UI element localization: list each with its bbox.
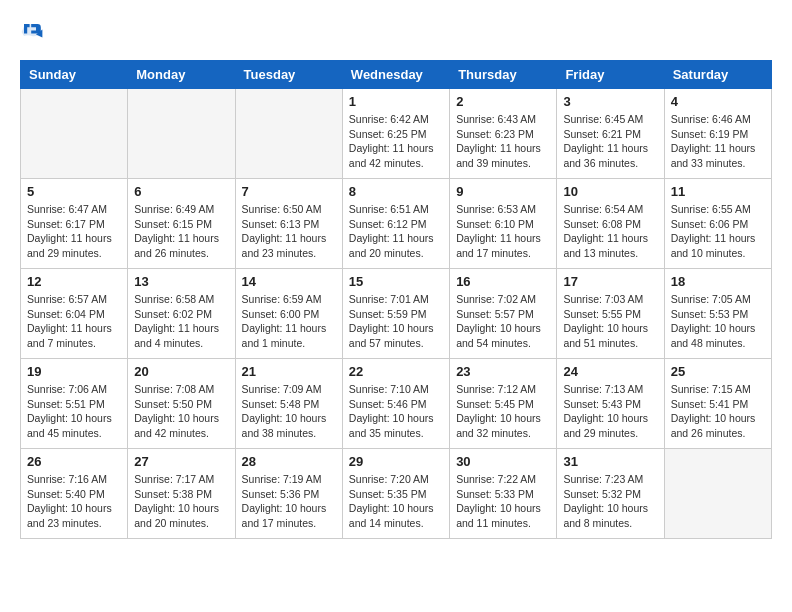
calendar-cell <box>128 89 235 179</box>
calendar-cell: 6Sunrise: 6:49 AM Sunset: 6:15 PM Daylig… <box>128 179 235 269</box>
calendar-table: SundayMondayTuesdayWednesdayThursdayFrid… <box>20 60 772 539</box>
day-info: Sunrise: 6:45 AM Sunset: 6:21 PM Dayligh… <box>563 112 657 171</box>
day-info: Sunrise: 7:02 AM Sunset: 5:57 PM Dayligh… <box>456 292 550 351</box>
day-number: 17 <box>563 274 657 289</box>
day-number: 11 <box>671 184 765 199</box>
weekday-header-sunday: Sunday <box>21 61 128 89</box>
calendar-cell: 26Sunrise: 7:16 AM Sunset: 5:40 PM Dayli… <box>21 449 128 539</box>
day-info: Sunrise: 7:09 AM Sunset: 5:48 PM Dayligh… <box>242 382 336 441</box>
calendar-cell: 27Sunrise: 7:17 AM Sunset: 5:38 PM Dayli… <box>128 449 235 539</box>
calendar-cell: 10Sunrise: 6:54 AM Sunset: 6:08 PM Dayli… <box>557 179 664 269</box>
day-number: 14 <box>242 274 336 289</box>
day-number: 31 <box>563 454 657 469</box>
calendar-cell: 15Sunrise: 7:01 AM Sunset: 5:59 PM Dayli… <box>342 269 449 359</box>
day-info: Sunrise: 6:58 AM Sunset: 6:02 PM Dayligh… <box>134 292 228 351</box>
weekday-header-thursday: Thursday <box>450 61 557 89</box>
calendar-cell: 9Sunrise: 6:53 AM Sunset: 6:10 PM Daylig… <box>450 179 557 269</box>
calendar-cell <box>21 89 128 179</box>
calendar-cell: 19Sunrise: 7:06 AM Sunset: 5:51 PM Dayli… <box>21 359 128 449</box>
calendar-week-1: 1Sunrise: 6:42 AM Sunset: 6:25 PM Daylig… <box>21 89 772 179</box>
day-info: Sunrise: 7:20 AM Sunset: 5:35 PM Dayligh… <box>349 472 443 531</box>
day-number: 29 <box>349 454 443 469</box>
day-number: 6 <box>134 184 228 199</box>
day-info: Sunrise: 7:16 AM Sunset: 5:40 PM Dayligh… <box>27 472 121 531</box>
calendar-week-2: 5Sunrise: 6:47 AM Sunset: 6:17 PM Daylig… <box>21 179 772 269</box>
calendar-cell: 18Sunrise: 7:05 AM Sunset: 5:53 PM Dayli… <box>664 269 771 359</box>
calendar-cell: 29Sunrise: 7:20 AM Sunset: 5:35 PM Dayli… <box>342 449 449 539</box>
weekday-header-row: SundayMondayTuesdayWednesdayThursdayFrid… <box>21 61 772 89</box>
day-info: Sunrise: 6:46 AM Sunset: 6:19 PM Dayligh… <box>671 112 765 171</box>
calendar-cell: 13Sunrise: 6:58 AM Sunset: 6:02 PM Dayli… <box>128 269 235 359</box>
day-number: 20 <box>134 364 228 379</box>
day-number: 4 <box>671 94 765 109</box>
day-number: 12 <box>27 274 121 289</box>
day-number: 5 <box>27 184 121 199</box>
calendar-cell: 5Sunrise: 6:47 AM Sunset: 6:17 PM Daylig… <box>21 179 128 269</box>
day-info: Sunrise: 6:54 AM Sunset: 6:08 PM Dayligh… <box>563 202 657 261</box>
day-number: 3 <box>563 94 657 109</box>
calendar-cell: 3Sunrise: 6:45 AM Sunset: 6:21 PM Daylig… <box>557 89 664 179</box>
day-info: Sunrise: 7:03 AM Sunset: 5:55 PM Dayligh… <box>563 292 657 351</box>
day-number: 25 <box>671 364 765 379</box>
day-info: Sunrise: 7:15 AM Sunset: 5:41 PM Dayligh… <box>671 382 765 441</box>
day-number: 10 <box>563 184 657 199</box>
weekday-header-saturday: Saturday <box>664 61 771 89</box>
calendar-cell: 24Sunrise: 7:13 AM Sunset: 5:43 PM Dayli… <box>557 359 664 449</box>
calendar-cell: 21Sunrise: 7:09 AM Sunset: 5:48 PM Dayli… <box>235 359 342 449</box>
calendar-cell <box>664 449 771 539</box>
calendar-cell: 25Sunrise: 7:15 AM Sunset: 5:41 PM Dayli… <box>664 359 771 449</box>
calendar-cell: 20Sunrise: 7:08 AM Sunset: 5:50 PM Dayli… <box>128 359 235 449</box>
day-info: Sunrise: 6:59 AM Sunset: 6:00 PM Dayligh… <box>242 292 336 351</box>
calendar-cell: 2Sunrise: 6:43 AM Sunset: 6:23 PM Daylig… <box>450 89 557 179</box>
weekday-header-monday: Monday <box>128 61 235 89</box>
day-number: 24 <box>563 364 657 379</box>
day-number: 21 <box>242 364 336 379</box>
day-number: 8 <box>349 184 443 199</box>
calendar-cell: 8Sunrise: 6:51 AM Sunset: 6:12 PM Daylig… <box>342 179 449 269</box>
day-info: Sunrise: 7:19 AM Sunset: 5:36 PM Dayligh… <box>242 472 336 531</box>
day-number: 18 <box>671 274 765 289</box>
day-number: 23 <box>456 364 550 379</box>
logo <box>20 20 48 44</box>
day-number: 15 <box>349 274 443 289</box>
day-info: Sunrise: 7:08 AM Sunset: 5:50 PM Dayligh… <box>134 382 228 441</box>
day-info: Sunrise: 6:57 AM Sunset: 6:04 PM Dayligh… <box>27 292 121 351</box>
day-info: Sunrise: 7:17 AM Sunset: 5:38 PM Dayligh… <box>134 472 228 531</box>
logo-icon <box>20 20 44 44</box>
calendar-cell <box>235 89 342 179</box>
day-info: Sunrise: 6:50 AM Sunset: 6:13 PM Dayligh… <box>242 202 336 261</box>
day-info: Sunrise: 6:47 AM Sunset: 6:17 PM Dayligh… <box>27 202 121 261</box>
day-number: 9 <box>456 184 550 199</box>
day-number: 2 <box>456 94 550 109</box>
day-number: 1 <box>349 94 443 109</box>
day-info: Sunrise: 7:05 AM Sunset: 5:53 PM Dayligh… <box>671 292 765 351</box>
calendar-week-5: 26Sunrise: 7:16 AM Sunset: 5:40 PM Dayli… <box>21 449 772 539</box>
day-number: 19 <box>27 364 121 379</box>
calendar-cell: 12Sunrise: 6:57 AM Sunset: 6:04 PM Dayli… <box>21 269 128 359</box>
calendar-cell: 4Sunrise: 6:46 AM Sunset: 6:19 PM Daylig… <box>664 89 771 179</box>
calendar-cell: 7Sunrise: 6:50 AM Sunset: 6:13 PM Daylig… <box>235 179 342 269</box>
calendar-cell: 30Sunrise: 7:22 AM Sunset: 5:33 PM Dayli… <box>450 449 557 539</box>
calendar-cell: 22Sunrise: 7:10 AM Sunset: 5:46 PM Dayli… <box>342 359 449 449</box>
calendar-cell: 1Sunrise: 6:42 AM Sunset: 6:25 PM Daylig… <box>342 89 449 179</box>
day-info: Sunrise: 6:53 AM Sunset: 6:10 PM Dayligh… <box>456 202 550 261</box>
calendar-cell: 16Sunrise: 7:02 AM Sunset: 5:57 PM Dayli… <box>450 269 557 359</box>
page-header <box>20 20 772 44</box>
calendar-week-4: 19Sunrise: 7:06 AM Sunset: 5:51 PM Dayli… <box>21 359 772 449</box>
day-info: Sunrise: 7:13 AM Sunset: 5:43 PM Dayligh… <box>563 382 657 441</box>
calendar-cell: 28Sunrise: 7:19 AM Sunset: 5:36 PM Dayli… <box>235 449 342 539</box>
calendar-cell: 17Sunrise: 7:03 AM Sunset: 5:55 PM Dayli… <box>557 269 664 359</box>
calendar-cell: 11Sunrise: 6:55 AM Sunset: 6:06 PM Dayli… <box>664 179 771 269</box>
calendar-cell: 31Sunrise: 7:23 AM Sunset: 5:32 PM Dayli… <box>557 449 664 539</box>
calendar-week-3: 12Sunrise: 6:57 AM Sunset: 6:04 PM Dayli… <box>21 269 772 359</box>
day-info: Sunrise: 6:49 AM Sunset: 6:15 PM Dayligh… <box>134 202 228 261</box>
day-number: 7 <box>242 184 336 199</box>
day-info: Sunrise: 7:10 AM Sunset: 5:46 PM Dayligh… <box>349 382 443 441</box>
day-info: Sunrise: 7:22 AM Sunset: 5:33 PM Dayligh… <box>456 472 550 531</box>
weekday-header-tuesday: Tuesday <box>235 61 342 89</box>
day-info: Sunrise: 6:55 AM Sunset: 6:06 PM Dayligh… <box>671 202 765 261</box>
calendar-cell: 23Sunrise: 7:12 AM Sunset: 5:45 PM Dayli… <box>450 359 557 449</box>
day-info: Sunrise: 7:12 AM Sunset: 5:45 PM Dayligh… <box>456 382 550 441</box>
day-info: Sunrise: 6:51 AM Sunset: 6:12 PM Dayligh… <box>349 202 443 261</box>
day-info: Sunrise: 7:23 AM Sunset: 5:32 PM Dayligh… <box>563 472 657 531</box>
